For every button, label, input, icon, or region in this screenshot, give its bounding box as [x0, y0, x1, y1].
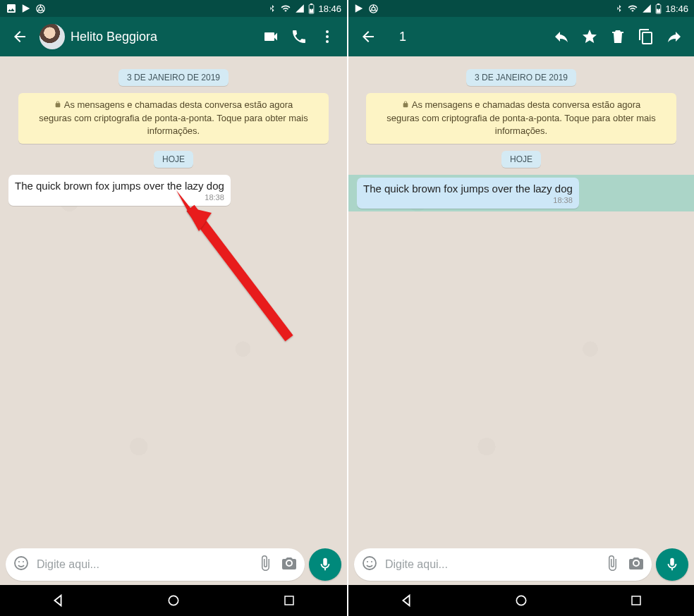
bluetooth-icon [268, 4, 276, 13]
avatar[interactable] [39, 24, 65, 49]
emoji-icon[interactable] [13, 555, 30, 574]
battery-icon [655, 4, 662, 14]
svg-rect-24 [657, 4, 659, 5]
chat-body[interactable]: 3 DE JANEIRO DE 2019 As mensagens e cham… [348, 56, 694, 544]
input-box [354, 548, 652, 581]
chrome-icon [368, 4, 379, 14]
svg-point-15 [23, 561, 24, 562]
encryption-notice[interactable]: As mensagens e chamadas desta conversa e… [18, 93, 329, 144]
arrow-annotation [162, 183, 303, 345]
lock-icon [54, 99, 61, 112]
play-store-icon [354, 4, 364, 13]
image-icon [6, 3, 17, 14]
svg-point-30 [371, 561, 372, 562]
input-row [348, 544, 694, 585]
chrome-icon [35, 4, 46, 14]
svg-rect-6 [310, 4, 312, 5]
input-box [6, 548, 305, 581]
emoji-icon[interactable] [361, 555, 378, 574]
today-chip: HOJE [501, 151, 541, 168]
svg-point-13 [15, 557, 28, 569]
mic-button[interactable] [656, 548, 688, 581]
nav-home[interactable] [152, 589, 195, 612]
status-bar: 18:46 [0, 0, 347, 17]
svg-line-21 [370, 9, 372, 11]
nav-home[interactable] [500, 589, 542, 612]
svg-rect-32 [632, 596, 640, 605]
camera-icon[interactable] [628, 555, 645, 574]
encryption-text: As mensagens e chamadas desta conversa e… [39, 99, 308, 136]
copy-button[interactable] [632, 23, 660, 51]
message-text: The quick brown fox jumps over the lazy … [363, 183, 573, 195]
battery-icon [308, 4, 315, 14]
svg-point-29 [367, 561, 368, 562]
svg-point-10 [326, 40, 329, 43]
status-time: 18:46 [318, 4, 341, 14]
wifi-icon [280, 4, 291, 13]
voice-call-button[interactable] [285, 23, 313, 51]
attach-icon[interactable] [604, 555, 621, 574]
svg-point-31 [516, 596, 525, 605]
camera-icon[interactable] [281, 555, 298, 574]
encryption-notice[interactable]: As mensagens e chamadas desta conversa e… [366, 93, 676, 144]
attach-icon[interactable] [257, 555, 274, 574]
nav-recents[interactable] [615, 589, 657, 612]
nav-bar [348, 585, 694, 616]
wifi-icon [627, 4, 638, 13]
selection-action-bar: 1 [348, 17, 694, 56]
nav-recents[interactable] [268, 589, 310, 612]
svg-point-28 [363, 557, 376, 569]
today-chip: HOJE [154, 151, 193, 168]
forward-button[interactable] [660, 23, 688, 51]
message-text: The quick brown fox jumps over the lazy … [15, 180, 224, 192]
input-row [0, 544, 347, 585]
message-bubble[interactable]: The quick brown fox jumps over the lazy … [357, 178, 579, 209]
message-row-selected[interactable]: The quick brown fox jumps over the lazy … [348, 175, 694, 211]
menu-button[interactable] [313, 23, 341, 51]
message-input[interactable] [385, 558, 597, 571]
status-time: 18:46 [665, 4, 688, 14]
message-time: 18:38 [15, 193, 224, 202]
signal-icon [642, 4, 652, 13]
svg-rect-17 [285, 596, 293, 605]
play-store-icon [21, 4, 31, 13]
date-chip: 3 DE JANEIRO DE 2019 [466, 69, 576, 86]
contact-name[interactable]: Helito Beggiora [71, 30, 251, 44]
nav-bar [0, 585, 347, 616]
svg-point-9 [326, 35, 329, 38]
signal-icon [295, 4, 305, 13]
reply-button[interactable] [547, 23, 576, 51]
selection-count: 1 [399, 30, 542, 44]
svg-point-14 [18, 561, 20, 562]
back-button[interactable] [6, 23, 34, 51]
phone-left: 18:46 Helito Beggiora 3 DE JANEIRO DE 20… [0, 0, 347, 616]
svg-line-22 [375, 9, 377, 11]
message-time: 18:38 [363, 196, 573, 204]
message-input[interactable] [37, 558, 250, 571]
chat-app-bar: Helito Beggiora [0, 17, 347, 56]
svg-line-3 [37, 9, 39, 11]
date-chip: 3 DE JANEIRO DE 2019 [118, 69, 229, 86]
mic-button[interactable] [309, 548, 341, 581]
star-button[interactable] [576, 23, 604, 51]
svg-point-16 [169, 596, 178, 605]
nav-back[interactable] [37, 589, 79, 612]
phone-right: 18:46 1 3 DE JANEIRO DE 2 [347, 0, 694, 616]
svg-line-4 [42, 9, 44, 11]
back-button[interactable] [354, 23, 382, 51]
delete-button[interactable] [604, 23, 632, 51]
message-row[interactable]: The quick brown fox jumps over the lazy … [8, 175, 339, 206]
svg-line-11 [190, 208, 289, 338]
message-bubble[interactable]: The quick brown fox jumps over the lazy … [8, 175, 231, 206]
video-call-button[interactable] [257, 23, 285, 51]
svg-point-8 [326, 30, 329, 33]
status-bar: 18:46 [348, 0, 694, 17]
nav-back[interactable] [385, 589, 427, 612]
encryption-text: As mensagens e chamadas desta conversa e… [386, 99, 655, 136]
chat-body[interactable]: 3 DE JANEIRO DE 2019 As mensagens e cham… [0, 56, 347, 544]
bluetooth-icon [615, 4, 623, 13]
lock-icon [402, 99, 409, 112]
